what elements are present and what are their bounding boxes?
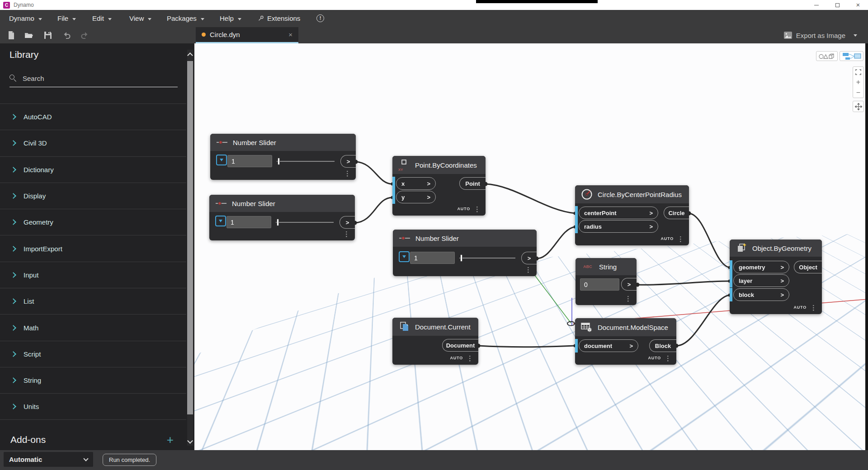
zoom-out-button[interactable]: − [856, 89, 860, 96]
slider-value-input[interactable]: 1 [227, 155, 272, 167]
new-file-icon[interactable] [7, 31, 16, 40]
node-menu-icon[interactable]: ⋮ [467, 354, 473, 362]
graph-canvas[interactable]: Number Slider 1 > ⋮ Number Slider 1 > ⋮ … [194, 43, 868, 450]
input-connector[interactable] [730, 288, 732, 301]
input-connector[interactable] [392, 190, 395, 204]
graph-view-toggle[interactable] [840, 51, 863, 61]
notification-info-icon[interactable]: ! [316, 14, 324, 22]
node-circle-bycenterpointradius[interactable]: Circle.ByCenterPointRadius centerPoint> … [575, 185, 689, 245]
scroll-down-icon[interactable] [187, 438, 193, 444]
undo-icon[interactable] [62, 31, 71, 40]
slider-settings-button[interactable] [216, 155, 227, 165]
input-port-y[interactable]: y> [396, 191, 436, 203]
maximize-button[interactable] [828, 0, 846, 10]
redo-icon[interactable] [80, 31, 89, 40]
menu-packages[interactable]: Packages [167, 10, 204, 27]
node-object-bygeometry[interactable]: Object.ByGeometry geometry> layer> block… [730, 240, 822, 314]
sidebar-item-geometry[interactable]: Geometry [0, 209, 186, 235]
menu-dynamo[interactable]: Dynamo [9, 10, 42, 27]
sidebar-item-dictionary[interactable]: Dictionary [0, 156, 186, 183]
slider-value-input[interactable]: 1 [410, 252, 455, 264]
output-port-point[interactable]: Point [459, 177, 486, 190]
node-header[interactable]: XY Point.ByCoordinates [392, 156, 486, 174]
slider-value-input[interactable]: 1 [226, 216, 271, 228]
menu-edit[interactable]: Edit [92, 10, 112, 27]
node-string[interactable]: ABC String 0 > ⋮ [576, 258, 637, 305]
node-header[interactable]: ABC String [576, 258, 637, 275]
slider-track[interactable] [459, 258, 515, 258]
scroll-up-icon[interactable] [187, 52, 193, 58]
scrollbar-thumb[interactable] [187, 61, 193, 414]
minimize-button[interactable] [807, 0, 826, 10]
input-port-document[interactable]: document> [579, 339, 638, 352]
menu-view[interactable]: View [129, 10, 151, 27]
input-port-geometry[interactable]: geometry> [733, 261, 789, 273]
node-number-slider-3[interactable]: Number Slider 1 > ⋮ [393, 230, 537, 276]
library-scrollbar[interactable] [187, 50, 193, 446]
tab-circle-dyn[interactable]: Circle.dyn × [196, 27, 298, 43]
input-connector[interactable] [575, 220, 578, 233]
input-port-centerpoint[interactable]: centerPoint> [579, 207, 658, 219]
slider-handle[interactable] [460, 254, 462, 262]
library-search[interactable] [9, 71, 178, 85]
export-as-image-button[interactable]: Export as Image [784, 27, 857, 43]
node-number-slider-1[interactable]: Number Slider 1 > ⋮ [210, 134, 356, 180]
output-port-circle[interactable]: Circle [664, 207, 689, 219]
sidebar-item-units[interactable]: Units [0, 393, 186, 419]
node-document-current[interactable]: Document.Current Document AUTO ⋮ [392, 318, 478, 365]
node-menu-icon[interactable]: ⋮ [474, 205, 481, 213]
node-menu-icon[interactable]: ⋮ [344, 169, 351, 178]
input-port-layer[interactable]: layer> [733, 274, 789, 287]
slider-settings-button[interactable] [399, 251, 410, 262]
node-header[interactable]: Document.ModelSpace [575, 318, 676, 336]
add-package-button[interactable]: + [167, 435, 174, 444]
wire[interactable] [486, 184, 575, 213]
slider-handle[interactable] [278, 158, 280, 165]
save-icon[interactable] [43, 31, 52, 40]
node-header[interactable]: Object.ByGeometry [730, 240, 822, 257]
zoom-in-button[interactable]: + [856, 79, 860, 85]
slider-handle[interactable] [277, 219, 279, 226]
output-port[interactable]: > [340, 155, 356, 168]
sidebar-item-script[interactable]: Script [0, 341, 186, 367]
input-connector[interactable] [730, 274, 732, 287]
output-port[interactable]: > [521, 252, 537, 264]
sidebar-item-autocad[interactable]: AutoCAD [0, 103, 186, 130]
output-port-block[interactable]: Block [649, 339, 676, 352]
output-port-object[interactable]: Object [794, 261, 822, 273]
pan-button[interactable] [853, 101, 864, 112]
slider-track[interactable] [277, 161, 335, 162]
node-menu-icon[interactable]: ⋮ [625, 295, 632, 303]
close-button[interactable]: × [849, 0, 867, 10]
wire[interactable] [355, 197, 392, 223]
input-port-block[interactable]: block> [733, 288, 789, 301]
sidebar-item-civil3d[interactable]: Civil 3D [0, 130, 186, 156]
input-connector[interactable] [575, 206, 578, 220]
sidebar-item-math[interactable]: Math [0, 314, 186, 340]
sidebar-item-list[interactable]: List [0, 288, 186, 314]
search-input[interactable] [23, 75, 178, 82]
geometry-view-toggle[interactable] [816, 51, 838, 61]
node-menu-icon[interactable]: ⋮ [677, 235, 684, 243]
menu-extensions[interactable]: Extensions [258, 10, 300, 27]
run-mode-dropdown[interactable]: Automatic [4, 452, 93, 467]
open-folder-icon[interactable] [24, 31, 33, 40]
node-header[interactable]: Circle.ByCenterPointRadius [575, 185, 689, 203]
slider-track[interactable] [276, 222, 334, 223]
sidebar-item-importexport[interactable]: ImportExport [0, 235, 186, 261]
slider-settings-button[interactable] [215, 216, 226, 226]
input-connector[interactable] [392, 177, 395, 190]
node-header[interactable]: Document.Current [392, 318, 478, 336]
node-point-bycoordinates[interactable]: XY Point.ByCoordinates x> y> Point AUTO … [392, 156, 486, 216]
sidebar-item-display[interactable]: Display [0, 183, 186, 209]
sidebar-item-input[interactable]: Input [0, 262, 186, 288]
tab-close-icon[interactable]: × [288, 31, 292, 38]
output-port[interactable]: > [621, 278, 637, 291]
fit-to-screen-icon[interactable] [855, 69, 862, 75]
node-number-slider-2[interactable]: Number Slider 1 > ⋮ [209, 195, 355, 240]
menu-file[interactable]: File [57, 10, 76, 27]
output-port[interactable]: > [340, 216, 355, 229]
node-menu-icon[interactable]: ⋮ [343, 230, 350, 238]
node-menu-icon[interactable]: ⋮ [525, 266, 532, 274]
node-menu-icon[interactable]: ⋮ [810, 304, 817, 312]
